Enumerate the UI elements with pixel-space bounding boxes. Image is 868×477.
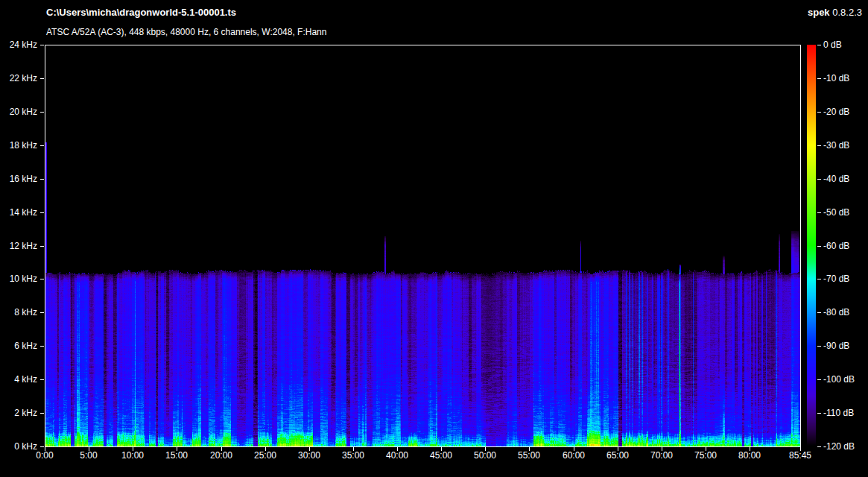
db-label: 0 dB xyxy=(823,40,842,50)
freq-label: 24 kHz xyxy=(0,40,37,50)
time-label: 45:00 xyxy=(417,450,465,461)
freq-label: 10 kHz xyxy=(0,274,37,284)
freq-label: 20 kHz xyxy=(0,107,37,117)
freq-label: 8 kHz xyxy=(0,307,37,318)
time-label: 35:00 xyxy=(329,450,377,461)
time-label: 55:00 xyxy=(505,450,553,461)
time-label: 30:00 xyxy=(285,450,333,461)
db-tick xyxy=(817,446,821,447)
freq-label: 6 kHz xyxy=(0,341,37,351)
db-label: -30 dB xyxy=(823,140,849,151)
freq-label: 22 kHz xyxy=(0,73,37,83)
db-label: -10 dB xyxy=(823,73,849,83)
app-version: 0.8.2.3 xyxy=(832,7,862,18)
db-tick xyxy=(817,179,821,180)
freq-label: 12 kHz xyxy=(0,241,37,251)
db-label: -20 dB xyxy=(823,107,849,117)
freq-tick xyxy=(40,446,44,447)
db-tick xyxy=(817,312,821,313)
db-tick xyxy=(817,346,821,347)
time-label: 0:00 xyxy=(21,450,69,461)
freq-tick xyxy=(40,346,44,347)
db-tick xyxy=(817,279,821,279)
app-brand: spek 0.8.2.3 xyxy=(808,7,862,18)
time-label: 85:45 xyxy=(776,450,824,461)
time-label: 50:00 xyxy=(461,450,509,461)
freq-label: 16 kHz xyxy=(0,174,37,184)
freq-tick xyxy=(40,413,44,414)
time-label: 15:00 xyxy=(153,450,200,461)
freq-tick xyxy=(40,312,44,313)
time-label: 40:00 xyxy=(373,450,421,461)
db-tick xyxy=(817,212,821,213)
db-label: -120 dB xyxy=(823,441,855,452)
freq-tick xyxy=(40,379,44,380)
file-path: C:\Users\micha\dragonworld-5.1-00001.ts xyxy=(46,7,236,18)
time-label: 70:00 xyxy=(638,450,685,461)
db-tick xyxy=(817,379,821,380)
db-tick xyxy=(817,145,821,146)
freq-tick xyxy=(40,145,44,146)
db-label: -50 dB xyxy=(823,207,849,218)
db-tick xyxy=(817,112,821,113)
time-label: 25:00 xyxy=(241,450,289,461)
freq-label: 2 kHz xyxy=(0,408,37,418)
db-tick xyxy=(817,413,821,414)
colorbar-canvas xyxy=(807,45,816,446)
db-label: -80 dB xyxy=(823,307,849,318)
freq-tick xyxy=(40,179,44,180)
db-label: -40 dB xyxy=(823,174,849,184)
freq-tick xyxy=(40,112,44,113)
freq-tick xyxy=(40,279,44,279)
time-label: 10:00 xyxy=(109,450,156,461)
db-tick xyxy=(817,78,821,79)
freq-tick xyxy=(40,45,44,45)
time-label: 65:00 xyxy=(594,450,642,461)
db-label: -100 dB xyxy=(823,374,855,385)
db-tick xyxy=(817,45,821,45)
db-label: -70 dB xyxy=(823,274,849,284)
freq-tick xyxy=(40,212,44,213)
spek-window: { "header": { "file_path": "C:\\Users\\m… xyxy=(0,0,868,477)
time-label: 60:00 xyxy=(550,450,598,461)
time-label: 5:00 xyxy=(65,450,113,461)
db-tick xyxy=(817,246,821,247)
freq-tick xyxy=(40,78,44,79)
freq-tick xyxy=(40,246,44,247)
format-info: ATSC A/52A (AC-3), 448 kbps, 48000 Hz, 6… xyxy=(46,27,326,37)
spectrogram-canvas xyxy=(45,45,800,446)
freq-label: 14 kHz xyxy=(0,207,37,218)
freq-label: 18 kHz xyxy=(0,140,37,151)
time-label: 20:00 xyxy=(197,450,245,461)
db-label: -60 dB xyxy=(823,241,849,251)
freq-label: 4 kHz xyxy=(0,374,37,385)
db-label: -110 dB xyxy=(823,408,854,418)
app-name: spek xyxy=(808,7,830,18)
time-label: 75:00 xyxy=(682,450,729,461)
time-label: 80:00 xyxy=(726,450,773,461)
db-label: -90 dB xyxy=(823,341,849,351)
